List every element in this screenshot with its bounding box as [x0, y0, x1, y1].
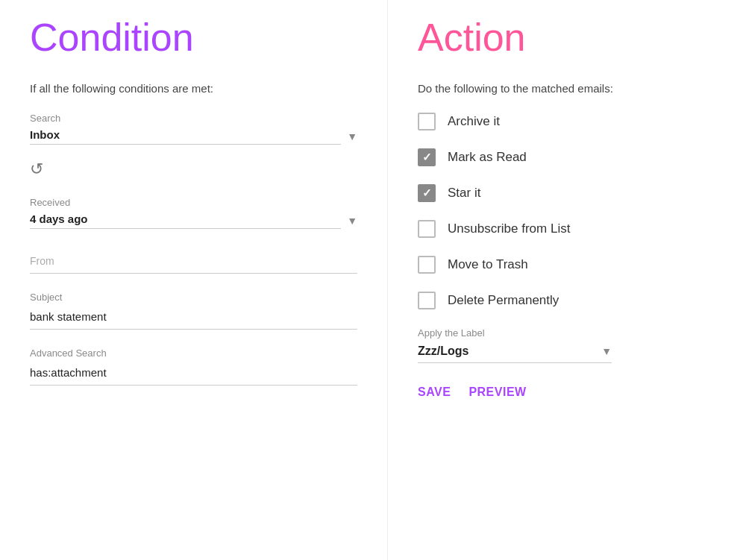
advanced-search-field-group: Advanced Search — [30, 347, 357, 403]
action-subtitle: Do the following to the matched emails: — [418, 82, 716, 95]
checkbox-mark-read-label: Mark as Read — [448, 150, 527, 165]
label-dropdown-arrow[interactable]: ▼ — [601, 345, 612, 357]
received-value: 4 days ago — [30, 213, 341, 229]
action-buttons: SAVE PREVIEW — [418, 386, 716, 399]
checkbox-trash[interactable]: Move to Trash — [418, 256, 716, 274]
preview-button[interactable]: PREVIEW — [468, 386, 526, 399]
checkbox-unsubscribe[interactable]: Unsubscribe from List — [418, 220, 716, 238]
checkbox-delete-label: Delete Permanently — [448, 293, 559, 308]
label-dropdown[interactable]: Zzz/Logs ▼ — [418, 345, 612, 363]
checkbox-mark-read-box[interactable] — [418, 148, 436, 166]
condition-subtitle: If all the following conditions are met: — [30, 82, 357, 95]
received-dropdown[interactable]: 4 days ago ▼ — [30, 213, 357, 229]
subject-label: Subject — [30, 292, 357, 303]
checkbox-star-box[interactable] — [418, 184, 436, 202]
received-label: Received — [30, 197, 357, 208]
subject-field-group: Subject — [30, 292, 357, 347]
checkbox-delete-box[interactable] — [418, 292, 436, 309]
checkbox-star[interactable]: Star it — [418, 184, 716, 202]
checkbox-archive-box[interactable] — [418, 113, 436, 130]
from-input[interactable] — [30, 251, 357, 274]
checkbox-trash-box[interactable] — [418, 256, 436, 274]
received-field-group: Received 4 days ago ▼ — [30, 197, 357, 229]
condition-panel: Condition If all the following condition… — [0, 0, 388, 560]
checkbox-unsubscribe-box[interactable] — [418, 220, 436, 238]
advanced-search-input[interactable] — [30, 363, 357, 386]
label-dropdown-value: Zzz/Logs — [418, 345, 601, 358]
checkbox-archive[interactable]: Archive it — [418, 113, 716, 130]
save-button[interactable]: SAVE — [418, 386, 451, 399]
refresh-button[interactable]: ↺ — [30, 160, 43, 179]
checkbox-mark-read[interactable]: Mark as Read — [418, 148, 716, 166]
checkbox-unsubscribe-label: Unsubscribe from List — [448, 221, 570, 236]
checkbox-archive-label: Archive it — [448, 114, 500, 129]
search-label: Search — [30, 113, 357, 124]
condition-title: Condition — [30, 15, 357, 60]
checkbox-star-label: Star it — [448, 186, 480, 201]
search-field-group: Search Inbox ▼ — [30, 113, 357, 145]
checkbox-delete[interactable]: Delete Permanently — [418, 292, 716, 309]
advanced-search-label: Advanced Search — [30, 347, 357, 359]
apply-label-text: Apply the Label — [418, 327, 716, 339]
checkbox-trash-label: Move to Trash — [448, 257, 528, 272]
search-dropdown-arrow[interactable]: ▼ — [347, 130, 357, 142]
action-title: Action — [418, 15, 716, 60]
search-value: Inbox — [30, 128, 341, 145]
received-dropdown-arrow[interactable]: ▼ — [347, 215, 357, 227]
subject-input[interactable] — [30, 307, 357, 330]
action-panel: Action Do the following to the matched e… — [388, 0, 746, 560]
search-dropdown[interactable]: Inbox ▼ — [30, 128, 357, 145]
